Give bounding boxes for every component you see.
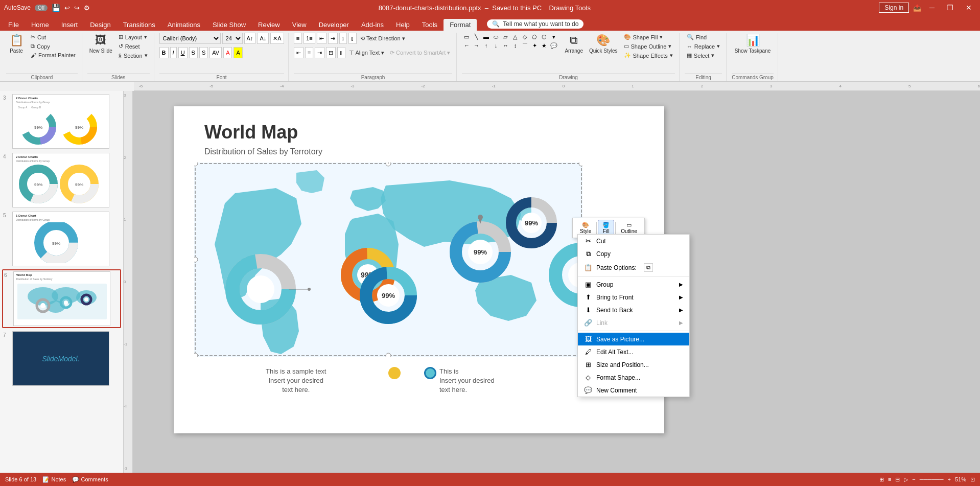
tab-format[interactable]: Format (444, 19, 477, 31)
tab-addins[interactable]: Add-ins (355, 19, 390, 31)
tab-developer[interactable]: Developer (313, 19, 355, 31)
align-left-button[interactable]: ⇤ (294, 47, 304, 58)
view-outline-button[interactable]: ≡ (888, 476, 891, 482)
highlight-button[interactable]: A (234, 47, 242, 58)
view-slidesorter-button[interactable]: ⊟ (895, 476, 900, 483)
format-painter-button[interactable]: 🖌 Format Painter (29, 51, 78, 59)
shape-triangle[interactable]: △ (510, 33, 520, 41)
font-size-select[interactable]: 24 (222, 33, 243, 44)
paste-button[interactable]: 📋 Paste (6, 33, 27, 55)
ctx-edit-alt[interactable]: 🖊 Edit Alt Text... (578, 345, 689, 358)
share-icon[interactable]: 📤 (913, 4, 921, 12)
show-taskpane-button[interactable]: 📊 Show Taskpane (733, 33, 773, 55)
tab-home[interactable]: Home (25, 19, 55, 31)
fit-button[interactable]: ⊡ (970, 476, 975, 483)
tab-view[interactable]: View (286, 19, 313, 31)
slide-thumb-5[interactable]: 1 Donut Chart Distribution of Items by G… (12, 212, 109, 266)
float-style-button[interactable]: 🎨 Style (576, 220, 595, 236)
ctx-bring-front[interactable]: ⬆ Bring to Front ▶ (578, 291, 689, 304)
shape-arrow-d[interactable]: ↓ (491, 41, 500, 50)
shape-fill-button[interactable]: 🎨 Shape Fill ▾ (622, 33, 675, 41)
shape-star4[interactable]: ✦ (530, 41, 539, 50)
redo-icon[interactable]: ↪ (74, 4, 80, 12)
shadow-button[interactable]: S (199, 47, 208, 58)
tab-file[interactable]: File (2, 19, 25, 31)
slide-thumb-7[interactable]: SlideModel. (12, 331, 109, 386)
notes-button[interactable]: 📝 Notes (42, 476, 66, 482)
slide-item-3[interactable]: 3 2 Donut Charts Distribution of Items b… (2, 93, 121, 150)
reset-button[interactable]: ↺ Reset (116, 42, 150, 51)
convert-smartart-button[interactable]: ⟳ Convert to SmartArt ▾ (388, 49, 452, 57)
view-normal-button[interactable]: ⊞ (879, 476, 884, 483)
shape-pentagon[interactable]: ⬠ (530, 33, 539, 41)
font-name-select[interactable]: Calibri (Body) (159, 33, 221, 44)
tab-slideshow[interactable]: Slide Show (206, 19, 252, 31)
replace-button[interactable]: ↔ Replace ▾ (685, 42, 722, 51)
underline-button[interactable]: U (178, 47, 188, 58)
shape-star5[interactable]: ★ (540, 41, 549, 50)
ctx-group[interactable]: ▣ Group ▶ (578, 278, 689, 291)
copy-button[interactable]: ⧉ Copy (29, 42, 78, 51)
shape-arrow-r[interactable]: → (472, 41, 481, 50)
zoom-slider[interactable]: ────── (920, 476, 944, 482)
shape-arrow-2h[interactable]: ↔ (501, 41, 510, 50)
comments-button[interactable]: 💬 Comments (72, 476, 108, 482)
shape-parallelogram[interactable]: ▱ (501, 33, 510, 41)
layout-button[interactable]: ⊞ Layout ▾ (116, 33, 150, 41)
sign-in-button[interactable]: Sign in (879, 3, 909, 13)
increase-indent-button[interactable]: ⇥ (328, 33, 338, 44)
increase-font-button[interactable]: A↑ (244, 33, 256, 44)
select-button[interactable]: ▦ Select ▾ (685, 51, 722, 60)
justify-button[interactable]: ⊟ (326, 47, 336, 58)
ctx-new-comment[interactable]: 💬 New Comment (578, 384, 689, 397)
shape-diamond[interactable]: ◇ (520, 33, 529, 41)
shape-outline-button[interactable]: ▭ Shape Outline ▾ (622, 42, 675, 51)
columns2-button[interactable]: ⫿ (337, 47, 345, 58)
slide-item-4[interactable]: 4 2 Donut Charts Distribution of Items b… (2, 152, 121, 209)
shape-oval[interactable]: ⬭ (491, 33, 500, 41)
tab-transitions[interactable]: Transitions (117, 19, 161, 31)
char-spacing-button[interactable]: AV (209, 47, 222, 58)
slide-item-6[interactable]: 6 World Map Distribution of Sales by Ter… (2, 269, 121, 328)
tab-animations[interactable]: Animations (161, 19, 206, 31)
slide-thumb-3[interactable]: 2 Donut Charts Distribution of Items by … (12, 94, 109, 149)
align-text-button[interactable]: ⊤ Align Text ▾ (347, 49, 386, 57)
strikethrough-button[interactable]: S (189, 47, 198, 58)
font-color-button[interactable]: A (223, 47, 232, 58)
undo-icon[interactable]: ↩ (64, 4, 70, 12)
align-right-button[interactable]: ⇥ (315, 47, 324, 58)
text-direction-button[interactable]: ⟲ Text Direction ▾ (358, 34, 407, 43)
customize-icon[interactable]: ⚙ (84, 4, 90, 12)
tab-design[interactable]: Design (84, 19, 116, 31)
zoom-in-button[interactable]: + (948, 476, 951, 482)
paste-special-btn[interactable]: ⧉ (644, 263, 653, 272)
line-spacing-button[interactable]: ↕ (339, 33, 347, 44)
slide-thumb-6[interactable]: World Map Distribution of Sales by Terri… (13, 271, 110, 326)
slide-thumb-4[interactable]: 2 Donut Charts Distribution of Items by … (12, 153, 109, 207)
ctx-link[interactable]: 🔗 Link ▶ (578, 316, 689, 329)
world-map-svg[interactable]: 99% 99% 99% 99% (194, 163, 582, 357)
numbering-button[interactable]: 1≡ (304, 33, 315, 44)
slide-item-5[interactable]: 5 1 Donut Chart Distribution of Items by… (2, 211, 121, 267)
win-restore[interactable]: ❐ (943, 4, 958, 12)
shape-line[interactable]: ╲ (472, 33, 481, 41)
shape-hexagon[interactable]: ⬡ (540, 33, 549, 41)
quick-styles-button[interactable]: 🎨 Quick Styles (587, 33, 620, 55)
zoom-out-button[interactable]: − (912, 476, 915, 482)
ctx-size-position[interactable]: ⊞ Size and Position... (578, 358, 689, 371)
shape-rect2[interactable]: ▬ (481, 33, 491, 41)
slide-item-7[interactable]: 7 SlideModel. (2, 330, 121, 387)
float-outline-button[interactable]: ▭ Outline (617, 220, 641, 236)
shape-arrow-l[interactable]: ← (462, 41, 471, 50)
ctx-send-back[interactable]: ⬇ Send to Back ▶ (578, 304, 689, 316)
win-close[interactable]: ✕ (962, 4, 976, 12)
tab-tools[interactable]: Tools (416, 19, 444, 31)
search-box[interactable]: 🔍 Tell me what you want to do (487, 19, 584, 29)
bullets-button[interactable]: ≡ (294, 33, 302, 44)
shape-arrow-u[interactable]: ↑ (481, 41, 491, 50)
shape-more[interactable]: ▾ (549, 33, 558, 41)
ctx-format-shape[interactable]: ◇ Format Shape... (578, 371, 689, 384)
tab-insert[interactable]: Insert (55, 19, 84, 31)
new-slide-button[interactable]: 🖼 New Slide (87, 33, 114, 55)
bold-button[interactable]: B (159, 47, 169, 58)
